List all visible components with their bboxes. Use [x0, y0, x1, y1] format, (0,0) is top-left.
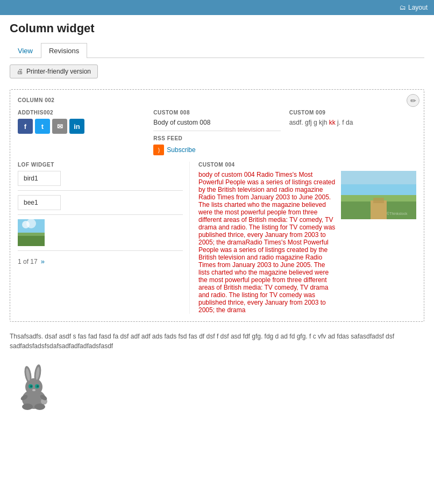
- svg-point-20: [30, 385, 32, 387]
- custom008-widget: CUSTOM 008 Body of custom 008 RSS FEED )…: [153, 110, 280, 155]
- bunny-area: [10, 358, 424, 417]
- next-page-arrow[interactable]: »: [41, 257, 45, 265]
- bottom-text: Thsafsadfs. dsaf asdf s fas fad fasd fa …: [10, 332, 424, 351]
- watermark-text: ©Thinkstock: [387, 212, 408, 215]
- custom009-text1: asdf. gfj g kjh: [289, 119, 329, 126]
- facebook-icon[interactable]: f: [18, 119, 33, 134]
- column-002-label: COLUMN 002: [18, 97, 416, 103]
- svg-rect-1: [18, 234, 45, 246]
- tabs: View Revisions: [10, 43, 424, 58]
- svg-rect-9: [371, 200, 387, 219]
- column-002-section: COLUMN 002 ✏ ADDTHIS002 f t ✉ in CUSTOM …: [10, 89, 424, 322]
- tab-revisions[interactable]: Revisions: [41, 43, 87, 58]
- lof-image-svg: [18, 219, 45, 246]
- social-icons: f t ✉ in: [18, 119, 145, 134]
- lof-widget: LOF WIDGET bird1 bee1: [18, 162, 190, 314]
- custom009-label: CUSTOM 009: [289, 110, 416, 116]
- lof-item-1[interactable]: bee1: [18, 195, 61, 210]
- rss-label: RSS FEED: [153, 135, 280, 141]
- custom004-body: body of custom 004 Radio Times's Most Po…: [198, 171, 416, 314]
- svg-rect-11: [341, 171, 416, 184]
- custom009-text: asdf. gfj g kjh kk j. f da: [289, 119, 416, 126]
- layout-button[interactable]: 🗂 Layout: [400, 4, 428, 11]
- top-bar: 🗂 Layout: [0, 0, 434, 15]
- twitter-icon[interactable]: t: [35, 119, 50, 134]
- svg-point-25: [34, 404, 45, 410]
- layout-label: Layout: [408, 4, 428, 11]
- rss-subscribe: ) Subscribe: [153, 145, 280, 155]
- custom008-body: Body of custom 008: [153, 119, 280, 126]
- printer-friendly-button[interactable]: 🖨 Printer-friendly version: [10, 64, 98, 78]
- edit-column-button[interactable]: ✏: [407, 94, 419, 107]
- lof-item-0[interactable]: bird1: [18, 171, 61, 186]
- column-002-row1: ADDTHIS002 f t ✉ in CUSTOM 008 Body of c…: [18, 110, 416, 155]
- svg-point-22: [32, 389, 35, 391]
- main-content: Column widget View Revisions 🖨 Printer-f…: [0, 15, 434, 423]
- email-icon[interactable]: ✉: [52, 119, 67, 134]
- pagination: 1 of 17 »: [18, 257, 183, 265]
- bunny-image: [10, 363, 58, 411]
- printer-label: Printer-friendly version: [26, 68, 91, 75]
- addthis-label: ADDTHIS002: [18, 110, 145, 116]
- subscribe-link[interactable]: Subscribe: [167, 146, 195, 154]
- custom009-widget: CUSTOM 009 asdf. gfj g kjh kk j. f da: [289, 110, 416, 155]
- custom004-widget: CUSTOM 004 body of custom 004 Radio Time…: [198, 162, 416, 314]
- lof-image-placeholder: [18, 219, 45, 246]
- svg-rect-10: [373, 198, 384, 203]
- linkedin-icon[interactable]: in: [69, 119, 84, 134]
- layout-icon: 🗂: [400, 4, 406, 11]
- lof-image: [18, 219, 45, 246]
- tab-view[interactable]: View: [10, 43, 41, 58]
- custom004-image: ©Thinkstock: [341, 171, 416, 219]
- svg-point-21: [37, 385, 39, 387]
- custom008-label: CUSTOM 008: [153, 110, 280, 116]
- printer-icon: 🖨: [17, 68, 23, 75]
- page-title: Column widget: [10, 21, 424, 35]
- pagination-current: 1 of 17: [18, 258, 38, 265]
- custom004-text: body of custom 004 Radio Times's Most Po…: [198, 171, 336, 314]
- custom004-image-svg: ©Thinkstock: [341, 171, 416, 219]
- column-002-row2: LOF WIDGET bird1 bee1: [18, 162, 416, 314]
- svg-point-24: [22, 404, 33, 410]
- custom004-label: CUSTOM 004: [198, 162, 416, 168]
- svg-rect-2: [18, 233, 45, 236]
- lof-widget-label: LOF WIDGET: [18, 162, 183, 168]
- addthis-widget: ADDTHIS002 f t ✉ in: [18, 110, 145, 155]
- rss-icon: ): [153, 145, 164, 155]
- custom009-text2: j. f da: [336, 119, 353, 126]
- custom009-highlight: kk: [329, 119, 336, 126]
